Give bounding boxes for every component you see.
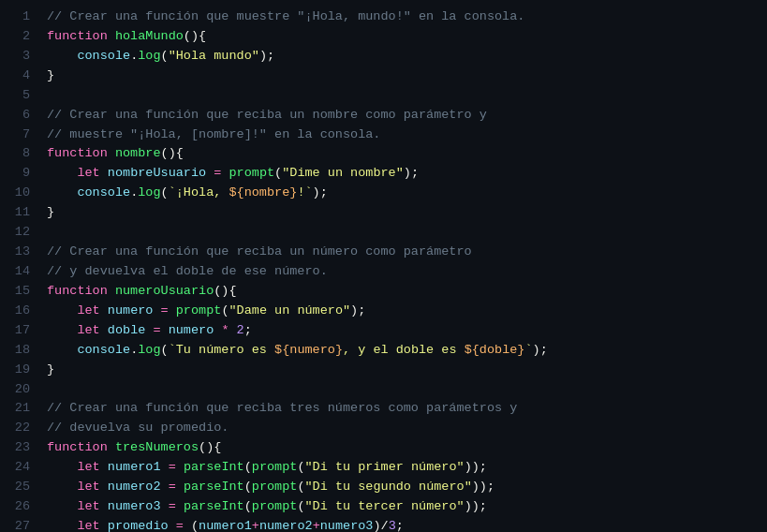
code-content: 1 2 3 4 5 6 7 8 9 10 11 12 13 14 15 16 1… <box>0 0 767 532</box>
code-line-4: } <box>47 66 760 86</box>
code-line-10: console.log(`¡Hola, ${nombre}!`); <box>47 184 760 203</box>
code-line-24: let numero1 = parseInt(prompt("Di tu pri… <box>47 458 760 478</box>
code-line-19: } <box>47 361 760 380</box>
code-line-3: console.log("Hola mundo"); <box>47 47 760 66</box>
code-editor: 1 2 3 4 5 6 7 8 9 10 11 12 13 14 15 16 1… <box>0 0 767 532</box>
code-line-11: } <box>47 203 760 223</box>
code-line-13: // Crear una función que reciba un númer… <box>47 243 760 262</box>
code-line-18: console.log(`Tu número es ${numero}, y e… <box>47 341 760 361</box>
code-line-27: let promedio = (numero1+numero2+numero3)… <box>47 517 760 532</box>
code-line-8: function nombre(){ <box>47 144 760 164</box>
line-numbers: 1 2 3 4 5 6 7 8 9 10 11 12 13 14 15 16 1… <box>0 0 36 532</box>
code-line-9: let nombreUsuario = prompt("Dime un nomb… <box>47 164 760 184</box>
code-line-21: // Crear una función que reciba tres núm… <box>47 399 760 419</box>
code-line-7: // muestre "¡Hola, [nombre]!" en la cons… <box>47 126 760 145</box>
code-line-5 <box>47 86 760 106</box>
code-line-6: // Crear una función que reciba un nombr… <box>47 106 760 126</box>
code-line-14: // y devuelva el doble de ese número. <box>47 262 760 282</box>
code-line-15: function numeroUsuario(){ <box>47 282 760 302</box>
code-area: // Crear una función que muestre "¡Hola,… <box>36 0 767 532</box>
code-line-16: let numero = prompt("Dame un número"); <box>47 302 760 321</box>
code-line-23: function tresNumeros(){ <box>47 438 760 458</box>
code-line-22: // devuelva su promedio. <box>47 419 760 438</box>
code-line-20 <box>47 380 760 400</box>
code-line-12 <box>47 223 760 243</box>
code-line-17: let doble = numero * 2; <box>47 321 760 341</box>
code-line-2: function holaMundo(){ <box>47 27 760 47</box>
code-line-26: let numero3 = parseInt(prompt("Di tu ter… <box>47 497 760 517</box>
code-line-1: // Crear una función que muestre "¡Hola,… <box>47 7 760 27</box>
code-line-25: let numero2 = parseInt(prompt("Di tu seg… <box>47 478 760 497</box>
